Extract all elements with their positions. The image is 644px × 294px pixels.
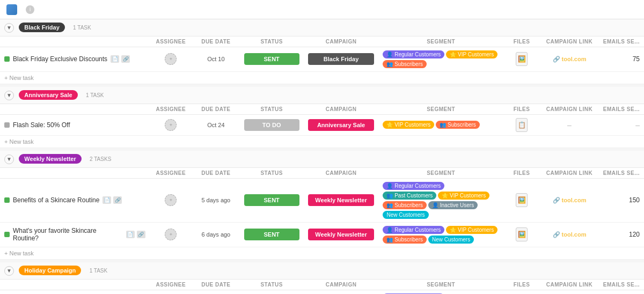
assignee-avatar[interactable]: + bbox=[165, 53, 177, 65]
files-cell: 🖼️ bbox=[503, 178, 540, 222]
emails-sent-dash: – bbox=[635, 121, 640, 129]
doc-icon[interactable]: 📄 bbox=[126, 231, 135, 238]
campaign-link-text[interactable]: 🔗 tool.com bbox=[553, 231, 587, 238]
status-cell[interactable]: SENT bbox=[240, 47, 304, 71]
campaign-badge[interactable]: Black Friday bbox=[308, 53, 375, 65]
campaign-badge[interactable]: Anniversary Sale bbox=[308, 119, 375, 131]
assignee-cell: + bbox=[150, 114, 192, 135]
status-badge[interactable]: SENT bbox=[244, 53, 299, 65]
info-icon[interactable]: i bbox=[26, 5, 34, 14]
task-name-text: What's your favorite Skincare Routine? bbox=[13, 227, 123, 242]
assignee-cell: + bbox=[150, 47, 192, 71]
table-row: Flash Sale: 50% Off +Oct 24TO DOAnnivers… bbox=[0, 114, 644, 135]
col-header-due_date: DUE DATE bbox=[192, 36, 240, 47]
doc-icon[interactable]: 📄 bbox=[111, 55, 119, 63]
col-header-status: STATUS bbox=[240, 104, 304, 114]
link-icon[interactable]: 🔗 bbox=[121, 55, 130, 63]
campaign-badge[interactable]: Weekly Newsletter bbox=[308, 229, 375, 240]
segment-tag[interactable]: 👥 Subscribers bbox=[383, 236, 427, 244]
task-name-cell: Benefits of a Skincare Routine 📄🔗 bbox=[0, 178, 150, 222]
segment-tag[interactable]: 👤 Inactive Users bbox=[428, 201, 478, 209]
campaign-cell[interactable]: Weekly Newsletter bbox=[304, 178, 379, 222]
col-header-status: STATUS bbox=[240, 36, 304, 47]
segment-tag[interactable]: 👤 Regular Customers bbox=[383, 182, 444, 190]
col-header-campaign_link: CAMPAIGN LINK bbox=[540, 36, 598, 47]
segment-tag[interactable]: ⭐ VIP Customers bbox=[446, 50, 497, 58]
segment-tag[interactable]: New Customers bbox=[383, 211, 428, 219]
status-cell[interactable]: TO DO bbox=[240, 114, 304, 135]
assignee-cell: + bbox=[150, 290, 192, 294]
segment-tag[interactable]: ⭐ VIP Customers bbox=[383, 121, 434, 129]
file-icon[interactable]: 🖼️ bbox=[516, 193, 528, 207]
add-task-link[interactable]: + New task bbox=[4, 250, 34, 256]
link-icon[interactable]: 🔗 bbox=[137, 231, 145, 238]
emails-sent-value: 150 bbox=[629, 196, 640, 204]
assignee-avatar[interactable]: + bbox=[165, 119, 177, 131]
status-badge[interactable]: SENT bbox=[244, 194, 299, 206]
add-task-link[interactable]: + New task bbox=[4, 75, 34, 81]
due-date-cell: Thu bbox=[192, 290, 240, 294]
doc-icon[interactable]: 📄 bbox=[103, 196, 111, 204]
expand-icon[interactable]: ▼ bbox=[4, 266, 14, 276]
status-badge[interactable]: TO DO bbox=[244, 119, 299, 131]
file-icon[interactable]: 🖼️ bbox=[516, 227, 528, 241]
segment-tag[interactable]: ⭐ VIP Customers bbox=[446, 226, 497, 234]
task-priority-indicator bbox=[4, 122, 10, 128]
segment-tag[interactable]: 👥 Subscribers bbox=[383, 201, 427, 209]
col-header-assignee: ASSIGNEE bbox=[150, 104, 192, 114]
emails-sent-value: 120 bbox=[629, 231, 640, 238]
col-header-segment: SEGMENT bbox=[378, 167, 503, 178]
section-badge-holiday-campaign[interactable]: Holiday Campaign bbox=[19, 266, 81, 275]
due-date-cell: 6 days ago bbox=[192, 222, 240, 247]
segment-tag[interactable]: 👤 Regular Customers bbox=[383, 226, 444, 234]
file-icon[interactable]: 📋 bbox=[516, 118, 528, 132]
expand-icon[interactable]: ▼ bbox=[4, 91, 14, 100]
campaign-cell[interactable]: Holiday Campaign bbox=[304, 290, 379, 294]
section-header-black-friday: ▼ Black Friday 1 TASK bbox=[0, 19, 644, 36]
expand-icon[interactable]: ▼ bbox=[4, 155, 14, 164]
status-cell[interactable]: TO DO bbox=[240, 290, 304, 294]
campaign-link-cell: – bbox=[540, 290, 598, 294]
col-header-assignee: ASSIGNEE bbox=[150, 279, 192, 290]
campaign-link-cell: 🔗 tool.com bbox=[540, 222, 598, 247]
segment-tag[interactable]: New Customers bbox=[428, 236, 474, 244]
segment-tag[interactable]: 👥 Subscribers bbox=[436, 121, 480, 129]
new-task-button[interactable] bbox=[41, 8, 49, 11]
table-row: Benefits of a Skincare Routine 📄🔗 +5 day… bbox=[0, 178, 644, 222]
section-badge-anniversary-sale[interactable]: Anniversary Sale bbox=[19, 90, 77, 100]
expand-icon[interactable]: ▼ bbox=[4, 23, 14, 33]
col-header-status: STATUS bbox=[240, 167, 304, 178]
assignee-avatar[interactable]: + bbox=[165, 229, 177, 240]
task-name-cell: Black Friday Exclusive Discounts 📄🔗 bbox=[0, 47, 150, 71]
col-header-campaign_link: CAMPAIGN LINK bbox=[540, 104, 598, 114]
col-header-files: FILES bbox=[503, 279, 540, 290]
task-name-cell: Flash Sale: 50% Off bbox=[0, 114, 150, 135]
link-icon[interactable]: 🔗 bbox=[113, 196, 122, 204]
status-cell[interactable]: SENT bbox=[240, 222, 304, 247]
col-header-assignee: ASSIGNEE bbox=[150, 36, 192, 47]
status-cell[interactable]: SENT bbox=[240, 178, 304, 222]
campaign-link-text[interactable]: 🔗 tool.com bbox=[553, 56, 587, 62]
app-icon bbox=[6, 4, 17, 15]
campaign-badge[interactable]: Weekly Newsletter bbox=[308, 194, 375, 206]
campaign-link-text[interactable]: 🔗 tool.com bbox=[553, 197, 587, 203]
campaign-cell[interactable]: Black Friday bbox=[304, 47, 379, 71]
assignee-avatar[interactable]: + bbox=[165, 194, 177, 206]
campaign-cell[interactable]: Anniversary Sale bbox=[304, 114, 379, 135]
file-icon[interactable]: 🖼️ bbox=[516, 52, 528, 66]
section-badge-black-friday[interactable]: Black Friday bbox=[19, 23, 64, 32]
col-header-emails_sent: EMAILS SE... bbox=[599, 36, 644, 47]
task-name-cell: Long Weekend Sale bbox=[0, 290, 150, 294]
status-badge[interactable]: SENT bbox=[244, 229, 299, 240]
add-task-link[interactable]: + New task bbox=[4, 138, 34, 145]
segment-tag[interactable]: ⭐ VIP Customers bbox=[438, 192, 489, 200]
segment-tag[interactable]: 👤 Regular Customers bbox=[383, 50, 444, 58]
segment-cell: 👤 Regular Customers👥 Past Customers⭐ VIP… bbox=[378, 290, 503, 294]
table-container: ▼ Black Friday 1 TASK ASSIGNEEDUE DATEST… bbox=[0, 19, 644, 294]
col-header-emails_sent: EMAILS SE... bbox=[599, 279, 644, 290]
segment-tag[interactable]: 👥 Past Customers bbox=[383, 192, 436, 200]
segment-tag[interactable]: 👥 Subscribers bbox=[383, 60, 427, 68]
campaign-cell[interactable]: Weekly Newsletter bbox=[304, 222, 379, 247]
segment-cell: 👤 Regular Customers⭐ VIP Customers👥 Subs… bbox=[378, 47, 503, 71]
section-badge-weekly-newsletter[interactable]: Weekly Newsletter bbox=[19, 154, 81, 164]
